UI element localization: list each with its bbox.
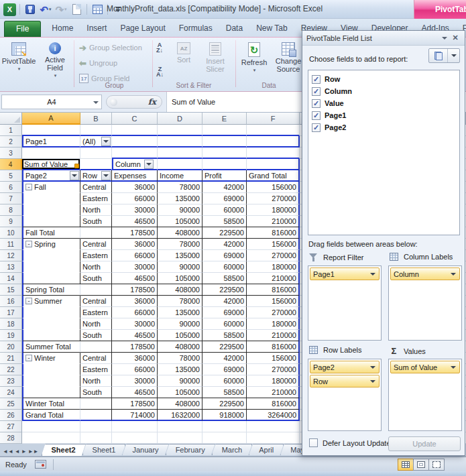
cell-B5[interactable]: Row xyxy=(80,170,112,182)
cell-B14[interactable]: South xyxy=(80,273,112,284)
cell-E15[interactable]: 229500 xyxy=(202,284,247,296)
cell-E17[interactable]: 69000 xyxy=(202,307,247,318)
field-item-column[interactable]: ✓Column xyxy=(308,85,459,97)
sheet-tab-sheet1[interactable]: Sheet1 xyxy=(82,444,126,455)
row-header-21[interactable]: 21 xyxy=(0,353,22,364)
refresh-button[interactable]: ↻ Refresh ▾ xyxy=(239,39,270,88)
cell-E25[interactable]: 229500 xyxy=(202,398,247,410)
field-button-column[interactable]: Column xyxy=(390,267,460,280)
cell-C12[interactable]: 66000 xyxy=(112,250,158,261)
cell-E23[interactable]: 60000 xyxy=(202,375,247,387)
checkbox-checked-icon[interactable]: ✓ xyxy=(312,111,321,120)
row-header-14[interactable]: 14 xyxy=(0,273,22,284)
cell-C22[interactable]: 66000 xyxy=(112,364,158,375)
row-header-28[interactable]: 28 xyxy=(0,432,22,444)
cell-F17[interactable]: 270000 xyxy=(247,307,300,318)
cell-F21[interactable]: 156000 xyxy=(247,353,300,364)
cell-F7[interactable]: 270000 xyxy=(247,193,300,204)
cell-D23[interactable]: 90000 xyxy=(158,375,202,387)
cell-D9[interactable]: 105000 xyxy=(158,216,202,227)
values-area[interactable]: Sum of Value xyxy=(388,359,462,431)
cell-D10[interactable]: 408000 xyxy=(158,227,202,239)
row-header-22[interactable]: 22 xyxy=(0,364,22,375)
cell-E7[interactable]: 69000 xyxy=(202,193,247,204)
cell-E1[interactable] xyxy=(202,125,247,136)
cell-A20[interactable]: Summer Total xyxy=(22,341,80,353)
dropdown-arrow-icon[interactable] xyxy=(370,366,375,369)
cell-E26[interactable]: 918000 xyxy=(202,410,247,421)
sort-ascending-button[interactable]: AZ↓ xyxy=(156,42,163,54)
cell-A23[interactable] xyxy=(22,375,80,387)
checkbox-checked-icon[interactable]: ✓ xyxy=(312,99,321,108)
cell-C5[interactable]: Expenses xyxy=(112,170,158,182)
cell-A4[interactable]: Sum of Value xyxy=(22,159,80,170)
dropdown-arrow-icon[interactable] xyxy=(370,273,375,276)
cell-B23[interactable]: North xyxy=(80,375,112,387)
row-header-8[interactable]: 8 xyxy=(0,204,22,216)
row-header-2[interactable]: 2 xyxy=(0,136,22,147)
cell-E21[interactable]: 42000 xyxy=(202,353,247,364)
cell-B6[interactable]: Central xyxy=(80,182,112,193)
cell-E11[interactable]: 42000 xyxy=(202,239,247,250)
cell-D19[interactable]: 105000 xyxy=(158,330,202,341)
cell-F4[interactable] xyxy=(247,159,300,170)
field-item-page2[interactable]: ✓Page2 xyxy=(308,121,459,133)
row-header-9[interactable]: 9 xyxy=(0,216,22,227)
sheet-tab-january[interactable]: January xyxy=(122,444,168,455)
tab-file[interactable]: File xyxy=(4,21,41,37)
row-header-13[interactable]: 13 xyxy=(0,261,22,273)
cell-C2[interactable] xyxy=(112,136,158,147)
prev-sheet-icon[interactable]: ◄ xyxy=(15,449,20,455)
field-button-page1[interactable]: Page1 xyxy=(310,267,380,280)
cell-E27[interactable] xyxy=(202,421,247,432)
row-header-6[interactable]: 6 xyxy=(0,182,22,193)
cell-A22[interactable] xyxy=(22,364,80,375)
field-button-sum-of-value[interactable]: Sum of Value xyxy=(390,361,460,373)
cell-B13[interactable]: North xyxy=(80,261,112,273)
row-header-7[interactable]: 7 xyxy=(0,193,22,204)
cell-C13[interactable]: 30000 xyxy=(112,261,158,273)
tab-formulas[interactable]: Formulas xyxy=(172,21,219,37)
cell-D27[interactable] xyxy=(158,421,202,432)
undo-icon[interactable]: ↶▾ xyxy=(39,3,52,16)
cell-F24[interactable]: 210000 xyxy=(247,387,300,398)
cell-F16[interactable]: 156000 xyxy=(247,296,300,307)
cell-C18[interactable]: 30000 xyxy=(112,318,158,330)
normal-view-button[interactable] xyxy=(398,459,414,471)
cell-B21[interactable]: Central xyxy=(80,353,112,364)
cell-F10[interactable]: 816000 xyxy=(247,227,300,239)
column-header-F[interactable]: F xyxy=(247,113,300,125)
row-header-19[interactable]: 19 xyxy=(0,330,22,341)
cell-D22[interactable]: 135000 xyxy=(158,364,202,375)
row-header-10[interactable]: 10 xyxy=(0,227,22,239)
cell-D1[interactable] xyxy=(158,125,202,136)
cell-E10[interactable]: 229500 xyxy=(202,227,247,239)
cell-C10[interactable]: 178500 xyxy=(112,227,158,239)
cell-D16[interactable]: 78000 xyxy=(158,296,202,307)
row-header-1[interactable]: 1 xyxy=(0,125,22,136)
cell-C21[interactable]: 36000 xyxy=(112,353,158,364)
active-field-button[interactable]: i Active Field ▾ xyxy=(38,39,72,88)
sort-button[interactable]: AZ Sort xyxy=(170,39,198,88)
sheet-tab-april[interactable]: April xyxy=(249,444,284,455)
cell-B3[interactable] xyxy=(80,147,112,159)
last-sheet-icon[interactable]: ►► xyxy=(28,449,39,455)
dropdown-arrow-icon[interactable] xyxy=(451,273,456,276)
row-header-4[interactable]: 4 xyxy=(0,159,22,170)
row-header-15[interactable]: 15 xyxy=(0,284,22,296)
redo-icon[interactable]: ↷▾ xyxy=(54,3,68,16)
row-header-18[interactable]: 18 xyxy=(0,318,22,330)
cell-A15[interactable]: Spring Total xyxy=(22,284,80,296)
cell-A2[interactable]: Page1 xyxy=(22,136,80,147)
save-icon[interactable] xyxy=(23,3,37,16)
cell-C28[interactable] xyxy=(112,432,158,444)
cell-A1[interactable] xyxy=(22,125,80,136)
cell-F14[interactable]: 210000 xyxy=(247,273,300,284)
dropdown-arrow-icon[interactable] xyxy=(451,366,456,369)
name-box[interactable]: A4 xyxy=(1,95,102,109)
cell-D8[interactable]: 90000 xyxy=(158,204,202,216)
select-all-corner[interactable] xyxy=(0,113,22,125)
cell-A17[interactable] xyxy=(22,307,80,318)
dropdown-arrow-icon[interactable] xyxy=(144,160,154,169)
cell-F5[interactable]: Grand Total xyxy=(247,170,300,182)
